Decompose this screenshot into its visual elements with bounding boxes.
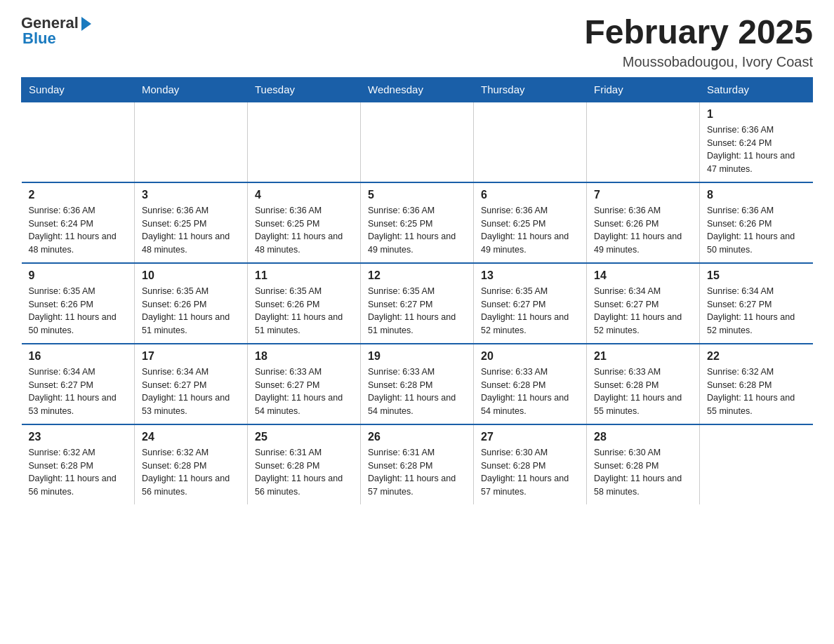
day-info: Sunrise: 6:30 AM Sunset: 6:28 PM Dayligh… xyxy=(481,446,579,499)
calendar-day-cell: 2Sunrise: 6:36 AM Sunset: 6:24 PM Daylig… xyxy=(22,182,135,263)
day-info: Sunrise: 6:34 AM Sunset: 6:27 PM Dayligh… xyxy=(707,285,806,337)
day-number: 4 xyxy=(255,189,353,201)
calendar-day-cell xyxy=(361,102,474,182)
day-number: 24 xyxy=(142,431,240,443)
day-of-week-header: Wednesday xyxy=(361,77,474,102)
day-number: 15 xyxy=(707,269,806,282)
day-number: 20 xyxy=(481,350,579,363)
day-number: 17 xyxy=(142,350,240,363)
day-info: Sunrise: 6:30 AM Sunset: 6:28 PM Dayligh… xyxy=(594,446,692,499)
calendar-day-cell: 12Sunrise: 6:35 AM Sunset: 6:27 PM Dayli… xyxy=(361,263,474,344)
calendar-header-row: SundayMondayTuesdayWednesdayThursdayFrid… xyxy=(22,77,813,102)
calendar-week-row: 9Sunrise: 6:35 AM Sunset: 6:26 PM Daylig… xyxy=(22,263,813,344)
calendar-day-cell xyxy=(474,102,587,182)
calendar-table: SundayMondayTuesdayWednesdayThursdayFrid… xyxy=(21,77,813,504)
day-info: Sunrise: 6:36 AM Sunset: 6:25 PM Dayligh… xyxy=(368,204,466,257)
title-block: February 2025 Moussobadougou, Ivory Coas… xyxy=(584,14,813,70)
day-info: Sunrise: 6:33 AM Sunset: 6:28 PM Dayligh… xyxy=(594,365,692,418)
calendar-day-cell: 25Sunrise: 6:31 AM Sunset: 6:28 PM Dayli… xyxy=(248,424,361,504)
day-info: Sunrise: 6:34 AM Sunset: 6:27 PM Dayligh… xyxy=(29,365,128,418)
day-info: Sunrise: 6:34 AM Sunset: 6:27 PM Dayligh… xyxy=(142,365,240,418)
calendar-day-cell: 20Sunrise: 6:33 AM Sunset: 6:28 PM Dayli… xyxy=(474,344,587,424)
day-info: Sunrise: 6:33 AM Sunset: 6:27 PM Dayligh… xyxy=(255,365,353,418)
calendar-day-cell xyxy=(248,102,361,182)
day-number: 9 xyxy=(29,269,128,282)
calendar-day-cell: 6Sunrise: 6:36 AM Sunset: 6:25 PM Daylig… xyxy=(474,182,587,263)
calendar-week-row: 1Sunrise: 6:36 AM Sunset: 6:24 PM Daylig… xyxy=(22,102,813,182)
calendar-day-cell: 18Sunrise: 6:33 AM Sunset: 6:27 PM Dayli… xyxy=(248,344,361,424)
day-info: Sunrise: 6:32 AM Sunset: 6:28 PM Dayligh… xyxy=(29,446,128,499)
day-number: 26 xyxy=(368,431,466,443)
day-of-week-header: Saturday xyxy=(700,77,813,102)
calendar-day-cell: 21Sunrise: 6:33 AM Sunset: 6:28 PM Dayli… xyxy=(587,344,700,424)
day-number: 16 xyxy=(29,350,128,363)
calendar-day-cell: 7Sunrise: 6:36 AM Sunset: 6:26 PM Daylig… xyxy=(587,182,700,263)
day-number: 22 xyxy=(707,350,806,363)
calendar-day-cell: 10Sunrise: 6:35 AM Sunset: 6:26 PM Dayli… xyxy=(135,263,248,344)
calendar-day-cell xyxy=(135,102,248,182)
day-number: 19 xyxy=(368,350,466,363)
calendar-day-cell: 26Sunrise: 6:31 AM Sunset: 6:28 PM Dayli… xyxy=(361,424,474,504)
calendar-day-cell: 14Sunrise: 6:34 AM Sunset: 6:27 PM Dayli… xyxy=(587,263,700,344)
day-info: Sunrise: 6:35 AM Sunset: 6:26 PM Dayligh… xyxy=(255,285,353,337)
day-number: 5 xyxy=(368,189,466,201)
day-of-week-header: Tuesday xyxy=(248,77,361,102)
day-info: Sunrise: 6:35 AM Sunset: 6:27 PM Dayligh… xyxy=(368,285,466,337)
calendar-day-cell xyxy=(22,102,135,182)
day-number: 11 xyxy=(255,269,353,282)
calendar-day-cell: 5Sunrise: 6:36 AM Sunset: 6:25 PM Daylig… xyxy=(361,182,474,263)
calendar-day-cell: 17Sunrise: 6:34 AM Sunset: 6:27 PM Dayli… xyxy=(135,344,248,424)
day-number: 18 xyxy=(255,350,353,363)
logo-arrow-icon xyxy=(81,17,91,31)
day-info: Sunrise: 6:32 AM Sunset: 6:28 PM Dayligh… xyxy=(142,446,240,499)
day-number: 13 xyxy=(481,269,579,282)
day-info: Sunrise: 6:35 AM Sunset: 6:27 PM Dayligh… xyxy=(481,285,579,337)
day-of-week-header: Monday xyxy=(135,77,248,102)
day-info: Sunrise: 6:36 AM Sunset: 6:25 PM Dayligh… xyxy=(255,204,353,257)
day-number: 27 xyxy=(481,431,579,443)
month-title: February 2025 xyxy=(584,14,813,51)
calendar-day-cell: 4Sunrise: 6:36 AM Sunset: 6:25 PM Daylig… xyxy=(248,182,361,263)
day-info: Sunrise: 6:36 AM Sunset: 6:26 PM Dayligh… xyxy=(707,204,806,257)
day-number: 10 xyxy=(142,269,240,282)
day-info: Sunrise: 6:32 AM Sunset: 6:28 PM Dayligh… xyxy=(707,365,806,418)
calendar-day-cell: 3Sunrise: 6:36 AM Sunset: 6:25 PM Daylig… xyxy=(135,182,248,263)
calendar-day-cell: 28Sunrise: 6:30 AM Sunset: 6:28 PM Dayli… xyxy=(587,424,700,504)
day-number: 23 xyxy=(29,431,128,443)
day-info: Sunrise: 6:33 AM Sunset: 6:28 PM Dayligh… xyxy=(481,365,579,418)
day-number: 1 xyxy=(707,108,806,121)
calendar-day-cell: 19Sunrise: 6:33 AM Sunset: 6:28 PM Dayli… xyxy=(361,344,474,424)
day-number: 2 xyxy=(29,189,128,201)
location: Moussobadougou, Ivory Coast xyxy=(584,54,813,70)
day-number: 25 xyxy=(255,431,353,443)
day-info: Sunrise: 6:34 AM Sunset: 6:27 PM Dayligh… xyxy=(594,285,692,337)
day-info: Sunrise: 6:35 AM Sunset: 6:26 PM Dayligh… xyxy=(142,285,240,337)
day-number: 6 xyxy=(481,189,579,201)
day-info: Sunrise: 6:36 AM Sunset: 6:26 PM Dayligh… xyxy=(594,204,692,257)
calendar-day-cell: 13Sunrise: 6:35 AM Sunset: 6:27 PM Dayli… xyxy=(474,263,587,344)
calendar-day-cell: 8Sunrise: 6:36 AM Sunset: 6:26 PM Daylig… xyxy=(700,182,813,263)
day-info: Sunrise: 6:35 AM Sunset: 6:26 PM Dayligh… xyxy=(29,285,128,337)
day-info: Sunrise: 6:31 AM Sunset: 6:28 PM Dayligh… xyxy=(255,446,353,499)
calendar-week-row: 23Sunrise: 6:32 AM Sunset: 6:28 PM Dayli… xyxy=(22,424,813,504)
day-of-week-header: Sunday xyxy=(22,77,135,102)
calendar-day-cell: 22Sunrise: 6:32 AM Sunset: 6:28 PM Dayli… xyxy=(700,344,813,424)
day-number: 12 xyxy=(368,269,466,282)
day-number: 14 xyxy=(594,269,692,282)
calendar-day-cell: 15Sunrise: 6:34 AM Sunset: 6:27 PM Dayli… xyxy=(700,263,813,344)
day-number: 8 xyxy=(707,189,806,201)
day-info: Sunrise: 6:36 AM Sunset: 6:24 PM Dayligh… xyxy=(29,204,128,257)
calendar-week-row: 2Sunrise: 6:36 AM Sunset: 6:24 PM Daylig… xyxy=(22,182,813,263)
day-of-week-header: Thursday xyxy=(474,77,587,102)
calendar-day-cell: 1Sunrise: 6:36 AM Sunset: 6:24 PM Daylig… xyxy=(700,102,813,182)
logo-blue-text: Blue xyxy=(21,29,56,48)
day-info: Sunrise: 6:33 AM Sunset: 6:28 PM Dayligh… xyxy=(368,365,466,418)
calendar-day-cell: 9Sunrise: 6:35 AM Sunset: 6:26 PM Daylig… xyxy=(22,263,135,344)
calendar-day-cell: 16Sunrise: 6:34 AM Sunset: 6:27 PM Dayli… xyxy=(22,344,135,424)
day-info: Sunrise: 6:31 AM Sunset: 6:28 PM Dayligh… xyxy=(368,446,466,499)
calendar-day-cell: 27Sunrise: 6:30 AM Sunset: 6:28 PM Dayli… xyxy=(474,424,587,504)
calendar-day-cell: 23Sunrise: 6:32 AM Sunset: 6:28 PM Dayli… xyxy=(22,424,135,504)
calendar-day-cell: 11Sunrise: 6:35 AM Sunset: 6:26 PM Dayli… xyxy=(248,263,361,344)
logo: General Blue xyxy=(21,14,91,48)
calendar-week-row: 16Sunrise: 6:34 AM Sunset: 6:27 PM Dayli… xyxy=(22,344,813,424)
